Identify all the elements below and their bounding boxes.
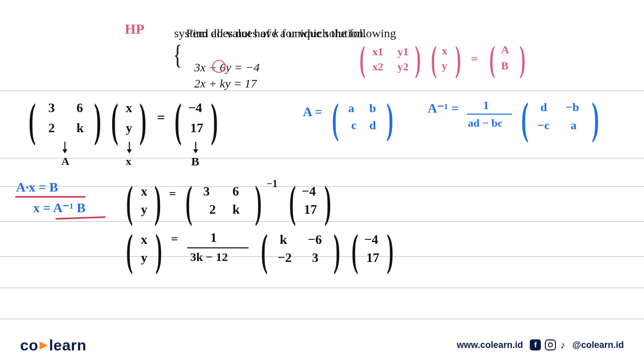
p2-r: ) — [154, 176, 161, 227]
p2-12: 6 — [232, 184, 239, 199]
p2-br: ) — [325, 176, 331, 227]
annotation-hp: HP — [125, 21, 144, 37]
p3-21: −2 — [278, 250, 292, 265]
pink-paren-3: ( — [490, 39, 495, 80]
p2-mr: ) — [255, 176, 262, 227]
facebook-icon: f — [530, 339, 541, 350]
p3-12: −6 — [308, 232, 322, 247]
blue-paren-invc: ) — [592, 93, 599, 143]
pink-paren: ( — [360, 39, 365, 80]
blue-parenA: ( — [332, 95, 339, 143]
p3-22: 3 — [312, 250, 318, 265]
Ainv-lhs: A⁻¹ = — [428, 101, 459, 116]
pink-paren-2c: ) — [455, 39, 461, 80]
p3-br: ) — [387, 225, 393, 275]
pink-paren-close: ) — [415, 39, 421, 80]
m12: 6 — [76, 101, 83, 116]
inv-mb: −b — [566, 101, 579, 114]
circle-around-k — [212, 60, 225, 73]
p2-ml: ( — [186, 176, 192, 227]
arrow-x — [129, 142, 130, 153]
p2-b1: −4 — [302, 184, 316, 199]
instagram-icon — [545, 339, 556, 350]
p2-22: k — [232, 202, 239, 217]
inv-a: a — [571, 119, 577, 132]
label-B: B — [191, 155, 199, 168]
c: c — [351, 119, 357, 132]
A-def-lhs: A = — [303, 105, 323, 120]
frac-line — [187, 247, 249, 248]
pink-A: A — [501, 43, 509, 56]
black-paren-b: ( — [175, 93, 182, 147]
p3-b1: −4 — [364, 232, 378, 247]
underline-2 — [55, 216, 106, 219]
b1: −4 — [188, 101, 202, 116]
p3-l: ( — [126, 225, 133, 275]
p3-bl: ( — [352, 225, 358, 275]
pink-paren-2: ( — [431, 39, 437, 80]
problem-line-2: system does not have a unique solution. — [174, 25, 366, 41]
pink-vec-y: y — [442, 59, 447, 72]
m21: 2 — [48, 121, 55, 136]
social-icons: f ♪ — [530, 339, 565, 351]
arrow-A — [64, 142, 65, 153]
p3-b2: 17 — [366, 250, 379, 265]
footer-url: www.colearn.id — [457, 340, 523, 350]
p2-y: y — [141, 202, 147, 217]
whiteboard-canvas: Find all values of k for which the follo… — [0, 0, 644, 362]
pink-vec-x: x — [442, 44, 447, 57]
p3-11: k — [280, 232, 287, 247]
p2-eq: = — [169, 187, 176, 201]
a: a — [348, 102, 354, 115]
black-paren-bc: ) — [211, 93, 218, 147]
logo-co: co — [20, 337, 38, 353]
pink-y1: y1 — [397, 45, 409, 58]
vx: x — [126, 101, 132, 116]
frac-num: 1 — [210, 230, 217, 245]
m22: k — [76, 121, 84, 136]
footer: co▸learn www.colearn.id f ♪ @colearn.id — [0, 332, 644, 362]
brand-logo: co▸learn — [20, 336, 87, 354]
eq1: = — [157, 110, 165, 126]
black-paren-Ac: ) — [94, 93, 101, 147]
black-paren-A: ( — [29, 93, 36, 147]
arrow-B — [195, 142, 196, 153]
m11: 3 — [48, 101, 55, 116]
black-paren-xc: ) — [139, 93, 146, 147]
black-paren-x: ( — [111, 93, 118, 147]
underline-1 — [15, 196, 86, 198]
ainv-frac-line — [467, 114, 512, 115]
axb: A·x = B — [16, 180, 58, 195]
pink-x2: x2 — [372, 60, 383, 73]
logo-learn: learn — [49, 337, 87, 353]
p2-b2: 17 — [304, 202, 317, 217]
p3-r: ) — [155, 225, 162, 275]
p3-ml: ( — [261, 225, 268, 275]
p3-x: x — [141, 232, 147, 247]
p3-y: y — [141, 250, 147, 265]
p2-21: 2 — [209, 202, 216, 217]
pink-y2: y2 — [397, 60, 409, 73]
d: d — [369, 119, 376, 132]
inv-mc: −c — [537, 119, 549, 132]
p2-inv: −1 — [267, 178, 277, 190]
inv-d: d — [540, 101, 547, 114]
pink-B: B — [501, 59, 509, 72]
blue-paren-inv: ( — [521, 93, 529, 143]
pink-paren-3c: ) — [520, 39, 525, 80]
pink-eq: = — [471, 52, 478, 66]
pink-x1: x1 — [372, 45, 383, 58]
logo-dot: ▸ — [38, 336, 49, 352]
p2-l: ( — [126, 176, 133, 227]
b2: 17 — [190, 121, 203, 136]
Ainv-denom: ad − bc — [468, 117, 503, 130]
label-A: A — [61, 155, 69, 168]
b: b — [369, 102, 376, 115]
footer-right: www.colearn.id f ♪ @colearn.id — [457, 339, 624, 351]
x-ainv-b: x = A⁻¹ B — [33, 200, 86, 216]
Ainv-1: 1 — [483, 99, 489, 112]
tiktok-icon: ♪ — [560, 339, 565, 351]
footer-handle: @colearn.id — [572, 340, 624, 350]
p2-bl: ( — [289, 176, 296, 227]
frac-denom: 3k − 12 — [190, 250, 228, 264]
